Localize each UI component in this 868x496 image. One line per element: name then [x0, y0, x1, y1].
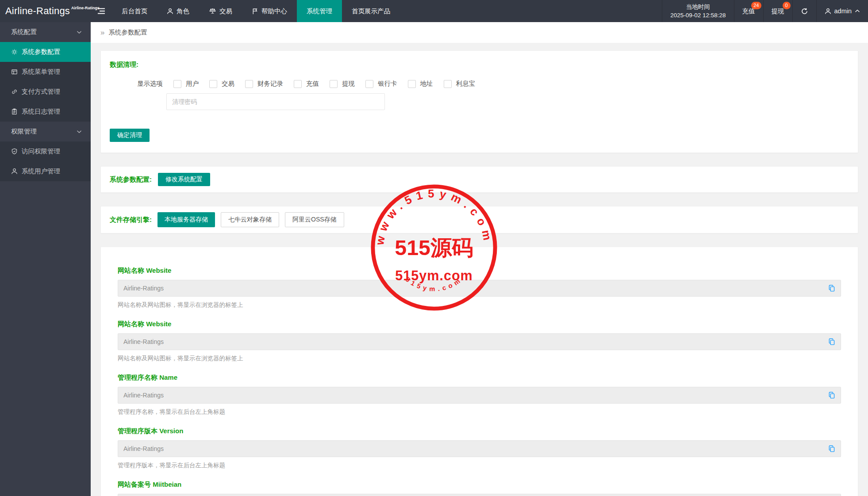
- nav-item-roles[interactable]: 角色: [157, 0, 199, 22]
- chevron-down-icon: [77, 31, 82, 34]
- breadcrumb: » 系统参数配置: [91, 22, 868, 43]
- chevron-down-icon: [77, 130, 82, 134]
- sidebar-item-payment-methods[interactable]: 支付方式管理: [0, 82, 91, 102]
- website-name-input-2[interactable]: [118, 333, 841, 350]
- copy-icon[interactable]: [827, 284, 836, 293]
- checkbox-trades[interactable]: [209, 80, 217, 88]
- refresh-icon: [801, 8, 808, 15]
- checkbox-group: 利息宝: [444, 80, 476, 88]
- checkbox-group: 用户: [173, 80, 199, 88]
- recharge-badge: 24: [751, 2, 761, 9]
- checkbox-group: 提现: [330, 80, 355, 88]
- navbar-right: 当地时间 2025-09-02 12:58:28 充值 24 提现 0 admi…: [662, 0, 868, 22]
- copy-icon[interactable]: [827, 391, 836, 400]
- breadcrumb-current: 系统参数配置: [108, 28, 147, 37]
- hamburger-icon: [97, 8, 105, 15]
- admin-name-input[interactable]: [118, 387, 841, 404]
- sidebar-section-system-config[interactable]: 系统配置: [0, 22, 91, 42]
- params-label: 系统参数配置:: [110, 176, 152, 184]
- sidebar: 系统配置 系统参数配置 系统菜单管理 支付方式管理 系统日志管理 权限管理: [0, 22, 91, 496]
- chevron-up-icon: [855, 9, 860, 13]
- confirm-cleanup-button[interactable]: 确定清理: [110, 129, 150, 142]
- gear-icon: [11, 49, 18, 55]
- checkbox-interest[interactable]: [444, 80, 452, 88]
- checkbox-withdraw[interactable]: [330, 80, 338, 88]
- nav-item-system-management[interactable]: 系统管理: [297, 0, 342, 22]
- sidebar-item-system-logs[interactable]: 系统日志管理: [0, 102, 91, 122]
- form-field-admin-version: 管理程序版本 Version 管理程序版本，将显示在后台左上角标题: [118, 427, 841, 469]
- sidebar-section-permissions[interactable]: 权限管理: [0, 122, 91, 141]
- form-field-website-1: 网站名称 Website 网站名称及网站图标，将显示在浏览器的标签上: [118, 267, 841, 309]
- recharge-button[interactable]: 充值 24: [734, 0, 763, 22]
- user-menu[interactable]: admin: [816, 0, 868, 22]
- storage-qiniu-button[interactable]: 七牛云对象存储: [221, 212, 279, 227]
- form-field-miitbeian: 网站备案号 Miitbeian 网站备案号，可以在备案管理中心查询获取，将显示在…: [118, 481, 841, 496]
- options-label: 显示选项: [137, 80, 163, 88]
- sidebar-item-system-menu[interactable]: 系统菜单管理: [0, 62, 91, 82]
- nav-item-trades[interactable]: 交易: [199, 0, 242, 22]
- miitbeian-input[interactable]: [118, 494, 841, 496]
- local-time: 当地时间 2025-09-02 12:58:28: [662, 0, 734, 22]
- checkbox-bank-card[interactable]: [365, 80, 373, 88]
- checkbox-group: 充值: [294, 80, 319, 88]
- user-icon: [825, 8, 831, 15]
- cleanup-password-input[interactable]: [166, 93, 385, 110]
- user-icon: [167, 8, 173, 15]
- cleanup-title: 数据清理:: [110, 61, 849, 69]
- shield-check-icon: [11, 148, 18, 155]
- storage-aliyun-oss-button[interactable]: 阿里云OSS存储: [285, 212, 344, 227]
- system-params-card: 系统参数配置: 修改系统配置: [100, 166, 858, 193]
- brand-logo: Airline-Ratings Airline-Ratings: [0, 0, 91, 22]
- storage-label: 文件存储引擎:: [110, 216, 152, 224]
- checkbox-group: 交易: [209, 80, 234, 88]
- main-content: 数据清理: 显示选项 用户 交易 财务记录 充值 提现: [91, 43, 868, 496]
- site-settings-form-card: 网站名称 Website 网站名称及网站图标，将显示在浏览器的标签上 网站名称 …: [100, 247, 858, 496]
- admin-version-input[interactable]: [118, 440, 841, 457]
- checkbox-finance-records[interactable]: [245, 80, 253, 88]
- checkbox-recharge[interactable]: [294, 80, 302, 88]
- local-time-value: 2025-09-02 12:58:28: [670, 11, 726, 19]
- username: admin: [834, 8, 852, 15]
- checkbox-group: 银行卡: [365, 80, 397, 88]
- brand-name: Airline-Ratings: [5, 5, 70, 17]
- checkbox-address[interactable]: [408, 80, 416, 88]
- data-cleanup-card: 数据清理: 显示选项 用户 交易 财务记录 充值 提现: [100, 50, 858, 153]
- link-icon: [11, 88, 18, 95]
- nav-item-help[interactable]: 帮助中心: [242, 0, 297, 22]
- clipboard-icon: [11, 108, 18, 115]
- checkbox-group: 地址: [408, 80, 433, 88]
- checkbox-group: 财务记录: [245, 80, 283, 88]
- sidebar-item-system-users[interactable]: 系统用户管理: [0, 161, 91, 181]
- storage-engine-card: 文件存储引擎: 本地服务器存储 七牛云对象存储 阿里云OSS存储: [100, 206, 858, 233]
- form-field-admin-name: 管理程序名称 Name 管理程序名称，将显示在后台左上角标题: [118, 374, 841, 416]
- sidebar-collapse-button[interactable]: [91, 0, 112, 22]
- top-navbar: Airline-Ratings Airline-Ratings 后台首页 角色 …: [0, 0, 868, 22]
- window-icon: [11, 69, 18, 75]
- nav-item-home-products[interactable]: 首页展示产品: [342, 0, 400, 22]
- top-menu: 后台首页 角色 交易 帮助中心 系统管理 首页展示产品: [112, 0, 400, 22]
- withdraw-button[interactable]: 提现 0: [763, 0, 792, 22]
- breadcrumb-arrows: »: [100, 28, 104, 37]
- flag-icon: [252, 8, 258, 15]
- scales-icon: [209, 8, 216, 15]
- website-name-input[interactable]: [118, 280, 841, 297]
- withdraw-badge: 0: [783, 2, 791, 9]
- form-field-website-2: 网站名称 Website 网站名称及网站图标，将显示在浏览器的标签上: [118, 320, 841, 362]
- local-time-label: 当地时间: [686, 3, 710, 11]
- refresh-button[interactable]: [792, 0, 816, 22]
- user-icon: [11, 168, 18, 175]
- nav-item-dashboard[interactable]: 后台首页: [112, 0, 157, 22]
- storage-local-button[interactable]: 本地服务器存储: [157, 212, 215, 227]
- modify-system-config-button[interactable]: 修改系统配置: [158, 173, 210, 186]
- sidebar-item-system-params[interactable]: 系统参数配置: [0, 42, 91, 62]
- cleanup-options-row: 显示选项 用户 交易 财务记录 充值 提现: [110, 80, 849, 88]
- copy-icon[interactable]: [827, 337, 836, 346]
- copy-icon[interactable]: [827, 444, 836, 453]
- checkbox-users[interactable]: [173, 80, 181, 88]
- sidebar-item-access-permissions[interactable]: 访问权限管理: [0, 141, 91, 161]
